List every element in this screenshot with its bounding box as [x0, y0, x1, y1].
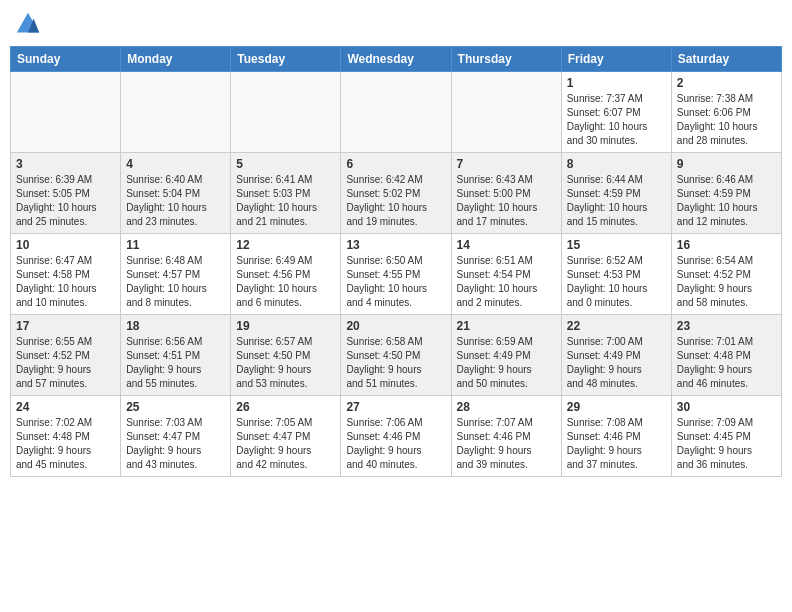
day-number: 29 [567, 400, 666, 414]
weekday-header-row: SundayMondayTuesdayWednesdayThursdayFrid… [11, 47, 782, 72]
calendar-cell-w2-d6: 16Sunrise: 6:54 AM Sunset: 4:52 PM Dayli… [671, 234, 781, 315]
day-info: Sunrise: 6:42 AM Sunset: 5:02 PM Dayligh… [346, 173, 445, 229]
day-info: Sunrise: 6:54 AM Sunset: 4:52 PM Dayligh… [677, 254, 776, 310]
calendar-cell-w0-d2 [231, 72, 341, 153]
page-header [10, 10, 782, 38]
day-info: Sunrise: 6:49 AM Sunset: 4:56 PM Dayligh… [236, 254, 335, 310]
calendar-cell-w1-d0: 3Sunrise: 6:39 AM Sunset: 5:05 PM Daylig… [11, 153, 121, 234]
logo [14, 10, 46, 38]
calendar-cell-w1-d3: 6Sunrise: 6:42 AM Sunset: 5:02 PM Daylig… [341, 153, 451, 234]
weekday-header-wednesday: Wednesday [341, 47, 451, 72]
calendar-cell-w1-d5: 8Sunrise: 6:44 AM Sunset: 4:59 PM Daylig… [561, 153, 671, 234]
calendar-cell-w3-d2: 19Sunrise: 6:57 AM Sunset: 4:50 PM Dayli… [231, 315, 341, 396]
day-number: 3 [16, 157, 115, 171]
day-info: Sunrise: 6:51 AM Sunset: 4:54 PM Dayligh… [457, 254, 556, 310]
day-info: Sunrise: 6:44 AM Sunset: 4:59 PM Dayligh… [567, 173, 666, 229]
day-number: 28 [457, 400, 556, 414]
day-info: Sunrise: 7:09 AM Sunset: 4:45 PM Dayligh… [677, 416, 776, 472]
calendar-cell-w1-d1: 4Sunrise: 6:40 AM Sunset: 5:04 PM Daylig… [121, 153, 231, 234]
day-number: 12 [236, 238, 335, 252]
day-number: 13 [346, 238, 445, 252]
day-number: 21 [457, 319, 556, 333]
day-number: 8 [567, 157, 666, 171]
calendar-cell-w4-d0: 24Sunrise: 7:02 AM Sunset: 4:48 PM Dayli… [11, 396, 121, 477]
day-info: Sunrise: 6:48 AM Sunset: 4:57 PM Dayligh… [126, 254, 225, 310]
day-info: Sunrise: 6:55 AM Sunset: 4:52 PM Dayligh… [16, 335, 115, 391]
calendar-cell-w0-d3 [341, 72, 451, 153]
calendar-cell-w3-d5: 22Sunrise: 7:00 AM Sunset: 4:49 PM Dayli… [561, 315, 671, 396]
day-info: Sunrise: 6:43 AM Sunset: 5:00 PM Dayligh… [457, 173, 556, 229]
logo-icon [14, 10, 42, 38]
day-number: 7 [457, 157, 556, 171]
day-info: Sunrise: 7:06 AM Sunset: 4:46 PM Dayligh… [346, 416, 445, 472]
calendar-cell-w1-d6: 9Sunrise: 6:46 AM Sunset: 4:59 PM Daylig… [671, 153, 781, 234]
calendar-cell-w3-d3: 20Sunrise: 6:58 AM Sunset: 4:50 PM Dayli… [341, 315, 451, 396]
day-number: 16 [677, 238, 776, 252]
calendar-cell-w4-d3: 27Sunrise: 7:06 AM Sunset: 4:46 PM Dayli… [341, 396, 451, 477]
day-info: Sunrise: 6:58 AM Sunset: 4:50 PM Dayligh… [346, 335, 445, 391]
day-info: Sunrise: 6:39 AM Sunset: 5:05 PM Dayligh… [16, 173, 115, 229]
day-info: Sunrise: 6:59 AM Sunset: 4:49 PM Dayligh… [457, 335, 556, 391]
calendar-cell-w3-d1: 18Sunrise: 6:56 AM Sunset: 4:51 PM Dayli… [121, 315, 231, 396]
day-number: 26 [236, 400, 335, 414]
day-number: 20 [346, 319, 445, 333]
calendar-cell-w4-d2: 26Sunrise: 7:05 AM Sunset: 4:47 PM Dayli… [231, 396, 341, 477]
calendar-cell-w2-d3: 13Sunrise: 6:50 AM Sunset: 4:55 PM Dayli… [341, 234, 451, 315]
calendar-week-2: 10Sunrise: 6:47 AM Sunset: 4:58 PM Dayli… [11, 234, 782, 315]
day-info: Sunrise: 7:03 AM Sunset: 4:47 PM Dayligh… [126, 416, 225, 472]
calendar-cell-w3-d4: 21Sunrise: 6:59 AM Sunset: 4:49 PM Dayli… [451, 315, 561, 396]
calendar-table: SundayMondayTuesdayWednesdayThursdayFrid… [10, 46, 782, 477]
day-number: 14 [457, 238, 556, 252]
day-number: 15 [567, 238, 666, 252]
calendar-cell-w4-d5: 29Sunrise: 7:08 AM Sunset: 4:46 PM Dayli… [561, 396, 671, 477]
day-number: 4 [126, 157, 225, 171]
calendar-cell-w4-d4: 28Sunrise: 7:07 AM Sunset: 4:46 PM Dayli… [451, 396, 561, 477]
calendar-cell-w4-d6: 30Sunrise: 7:09 AM Sunset: 4:45 PM Dayli… [671, 396, 781, 477]
day-number: 22 [567, 319, 666, 333]
calendar-cell-w2-d1: 11Sunrise: 6:48 AM Sunset: 4:57 PM Dayli… [121, 234, 231, 315]
day-info: Sunrise: 6:46 AM Sunset: 4:59 PM Dayligh… [677, 173, 776, 229]
day-number: 25 [126, 400, 225, 414]
calendar-cell-w3-d0: 17Sunrise: 6:55 AM Sunset: 4:52 PM Dayli… [11, 315, 121, 396]
day-number: 19 [236, 319, 335, 333]
calendar-cell-w1-d4: 7Sunrise: 6:43 AM Sunset: 5:00 PM Daylig… [451, 153, 561, 234]
weekday-header-thursday: Thursday [451, 47, 561, 72]
day-info: Sunrise: 7:37 AM Sunset: 6:07 PM Dayligh… [567, 92, 666, 148]
day-info: Sunrise: 6:40 AM Sunset: 5:04 PM Dayligh… [126, 173, 225, 229]
day-number: 5 [236, 157, 335, 171]
weekday-header-saturday: Saturday [671, 47, 781, 72]
day-info: Sunrise: 7:02 AM Sunset: 4:48 PM Dayligh… [16, 416, 115, 472]
weekday-header-sunday: Sunday [11, 47, 121, 72]
day-number: 10 [16, 238, 115, 252]
day-info: Sunrise: 7:07 AM Sunset: 4:46 PM Dayligh… [457, 416, 556, 472]
weekday-header-friday: Friday [561, 47, 671, 72]
calendar-cell-w0-d0 [11, 72, 121, 153]
day-info: Sunrise: 6:52 AM Sunset: 4:53 PM Dayligh… [567, 254, 666, 310]
calendar-cell-w0-d4 [451, 72, 561, 153]
day-info: Sunrise: 6:56 AM Sunset: 4:51 PM Dayligh… [126, 335, 225, 391]
day-info: Sunrise: 6:50 AM Sunset: 4:55 PM Dayligh… [346, 254, 445, 310]
day-info: Sunrise: 6:47 AM Sunset: 4:58 PM Dayligh… [16, 254, 115, 310]
day-number: 17 [16, 319, 115, 333]
weekday-header-tuesday: Tuesday [231, 47, 341, 72]
day-number: 24 [16, 400, 115, 414]
calendar-week-0: 1Sunrise: 7:37 AM Sunset: 6:07 PM Daylig… [11, 72, 782, 153]
calendar-week-4: 24Sunrise: 7:02 AM Sunset: 4:48 PM Dayli… [11, 396, 782, 477]
calendar-cell-w3-d6: 23Sunrise: 7:01 AM Sunset: 4:48 PM Dayli… [671, 315, 781, 396]
calendar-cell-w4-d1: 25Sunrise: 7:03 AM Sunset: 4:47 PM Dayli… [121, 396, 231, 477]
calendar-week-1: 3Sunrise: 6:39 AM Sunset: 5:05 PM Daylig… [11, 153, 782, 234]
day-number: 11 [126, 238, 225, 252]
calendar-cell-w2-d0: 10Sunrise: 6:47 AM Sunset: 4:58 PM Dayli… [11, 234, 121, 315]
day-number: 9 [677, 157, 776, 171]
day-info: Sunrise: 7:05 AM Sunset: 4:47 PM Dayligh… [236, 416, 335, 472]
day-number: 18 [126, 319, 225, 333]
day-info: Sunrise: 7:00 AM Sunset: 4:49 PM Dayligh… [567, 335, 666, 391]
calendar-cell-w0-d5: 1Sunrise: 7:37 AM Sunset: 6:07 PM Daylig… [561, 72, 671, 153]
calendar-week-3: 17Sunrise: 6:55 AM Sunset: 4:52 PM Dayli… [11, 315, 782, 396]
day-number: 30 [677, 400, 776, 414]
calendar-cell-w0-d1 [121, 72, 231, 153]
day-info: Sunrise: 7:38 AM Sunset: 6:06 PM Dayligh… [677, 92, 776, 148]
day-info: Sunrise: 6:57 AM Sunset: 4:50 PM Dayligh… [236, 335, 335, 391]
calendar-cell-w2-d2: 12Sunrise: 6:49 AM Sunset: 4:56 PM Dayli… [231, 234, 341, 315]
day-info: Sunrise: 6:41 AM Sunset: 5:03 PM Dayligh… [236, 173, 335, 229]
